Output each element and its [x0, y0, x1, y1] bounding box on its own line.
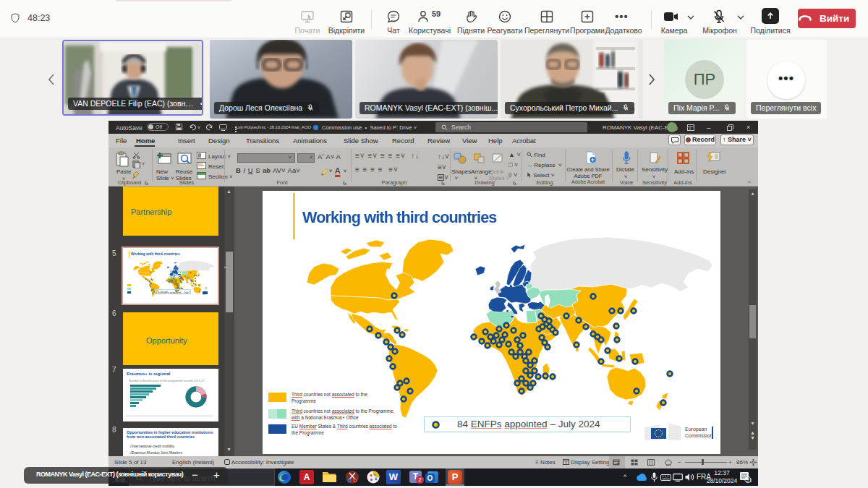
svg-text:European: European — [685, 427, 707, 432]
svg-text:Commission: Commission — [685, 433, 713, 438]
svg-text:21: 21 — [746, 477, 752, 483]
